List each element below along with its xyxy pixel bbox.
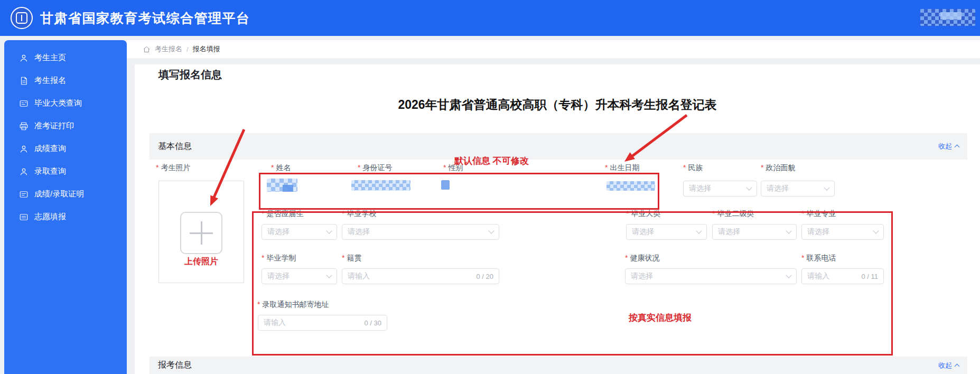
breadcrumb: 考生报名 / 报名填报: [127, 40, 980, 58]
form-icon: [19, 212, 29, 222]
chevron-down-icon: [786, 228, 791, 233]
chevron-down-icon: [326, 228, 332, 233]
field-label-study-length: *毕业学制: [262, 254, 296, 263]
field-label-health: *健康状况: [625, 254, 659, 263]
select-placeholder: 请选择: [348, 227, 370, 237]
sidebar-nav: 考生主页 考生报名 毕业大类查询 准考证打印 成绩查询 录取查询 成绩/录取证明: [4, 40, 127, 374]
user-icon: [19, 53, 29, 63]
sidebar-item-label: 志愿填报: [34, 212, 66, 222]
section-title: 报考信息: [158, 360, 192, 371]
sidebar-item-candidate-register[interactable]: 考生报名: [4, 69, 127, 92]
sidebar-item-label: 毕业大类查询: [34, 98, 82, 108]
char-counter: 0 / 30: [364, 319, 381, 327]
chevron-down-icon: [786, 272, 791, 278]
sidebar-item-candidate-home[interactable]: 考生主页: [4, 46, 127, 69]
field-label-graduate-school: *毕业学校: [342, 209, 376, 219]
field-label-major: *毕业专业: [801, 209, 836, 219]
chevron-up-icon: [955, 145, 960, 150]
graduate-school-select[interactable]: 请选择: [342, 224, 499, 240]
study-length-select[interactable]: 请选择: [262, 268, 337, 284]
field-label-photo: *考生照片: [156, 163, 190, 173]
name-value-redacted: [267, 179, 297, 192]
emblem-bar-shape: [21, 15, 22, 21]
certificate-icon: [19, 190, 29, 199]
select-placeholder: 请选择: [267, 227, 290, 237]
is-fresh-graduate-select[interactable]: 请选择: [262, 224, 337, 240]
chevron-down-icon: [873, 228, 879, 233]
select-placeholder: 请选择: [689, 184, 711, 193]
sidebar-item-label: 准考证打印: [34, 121, 74, 131]
sidebar-item-label: 录取查询: [34, 166, 66, 176]
collapse-label: 收起: [938, 142, 952, 151]
select-placeholder: 请选择: [632, 227, 654, 237]
chevron-down-icon: [488, 228, 494, 233]
phone-input[interactable]: 请输入0 / 11: [801, 268, 884, 284]
sidebar-item-admission-ticket-print[interactable]: 准考证打印: [4, 115, 127, 137]
user-account-redacted[interactable]: [920, 9, 975, 26]
select-placeholder: 请选择: [767, 184, 789, 193]
sidebar-item-label: 成绩查询: [34, 144, 66, 154]
field-label-sub-category: *毕业二级类: [712, 209, 754, 219]
field-label-political-status: *政治面貌: [761, 163, 795, 173]
chevron-down-icon: [696, 228, 702, 233]
sidebar-item-label: 考生报名: [34, 76, 66, 86]
field-label-major-category: *毕业大类: [626, 209, 660, 219]
political-status-select[interactable]: 请选择: [761, 181, 835, 197]
user-icon: [19, 167, 29, 176]
sidebar-item-score-admission-certificate[interactable]: 成绩/录取证明: [4, 183, 127, 205]
app-root: 甘肃省国家教育考试综合管理平台 考生主页 考生报名 毕业大类查询 准考证打印 成…: [0, 0, 980, 374]
candidate-photo-upload-area[interactable]: 上传照片: [158, 181, 244, 283]
chevron-down-icon: [326, 272, 332, 278]
section-basic-info-header: 基本信息 收起: [150, 133, 967, 160]
major-select[interactable]: 请选择: [801, 224, 884, 240]
field-label-is-fresh-graduate: *是否应届生: [262, 209, 303, 219]
page-title: 填写报名信息: [158, 68, 222, 82]
sidebar-item-label: 成绩/录取证明: [34, 189, 84, 199]
input-placeholder: 请输入: [264, 318, 286, 328]
default-info-annotation: 默认信息 不可修改: [454, 155, 529, 167]
collapse-label: 收起: [938, 361, 952, 370]
input-placeholder: 请输入: [807, 272, 829, 281]
char-counter: 0 / 20: [476, 273, 493, 280]
upload-photo-annotation: 上传照片: [159, 256, 244, 267]
plus-upload-icon[interactable]: [180, 212, 222, 254]
birth-date-value-redacted: [606, 181, 655, 191]
field-label-mail-address: *录取通知书邮寄地址: [257, 300, 329, 310]
select-placeholder: 请选择: [807, 227, 829, 237]
sub-category-select[interactable]: 请选择: [712, 224, 797, 240]
chevron-up-icon: [955, 363, 960, 369]
document-icon: [19, 76, 29, 86]
section-apply-info-header: 报考信息 收起: [150, 357, 967, 374]
chevron-down-icon: [824, 184, 829, 190]
select-placeholder: 请选择: [267, 272, 290, 281]
collapse-basic-button[interactable]: 收起: [938, 142, 959, 151]
health-select[interactable]: 请选择: [625, 268, 797, 284]
mail-address-input[interactable]: 请输入0 / 30: [258, 315, 387, 331]
field-label-phone: *联系电话: [801, 254, 836, 263]
registration-form-title: 2026年甘肃省普通高校高职（专科）升本科考生报名登记表: [135, 97, 980, 113]
sidebar-item-graduate-category-query[interactable]: 毕业大类查询: [4, 92, 127, 115]
home-icon[interactable]: [143, 45, 151, 53]
native-place-input[interactable]: 请输入0 / 20: [342, 268, 499, 284]
sidebar-item-label: 考生主页: [34, 53, 66, 63]
major-category-select[interactable]: 请选择: [626, 224, 707, 240]
id-number-value-redacted: [351, 180, 410, 191]
chevron-down-icon: [746, 184, 752, 190]
breadcrumb-separator: /: [186, 45, 189, 53]
gender-value-redacted: [441, 180, 450, 190]
sidebar-item-volunteer-fill[interactable]: 志愿填报: [4, 205, 127, 228]
breadcrumb-level1[interactable]: 考生报名: [155, 44, 182, 54]
sidebar-item-admission-query[interactable]: 录取查询: [4, 160, 127, 183]
breadcrumb-level2-current: 报名填报: [193, 44, 220, 54]
input-placeholder: 请输入: [348, 272, 370, 281]
id-card-icon: [19, 99, 29, 108]
sidebar-item-score-query[interactable]: 成绩查询: [4, 137, 127, 160]
platform-title: 甘肃省国家教育考试综合管理平台: [40, 0, 250, 36]
user-icon: [19, 144, 29, 154]
field-label-birth-date: *出生日期: [605, 163, 639, 173]
field-label-native-place: *籍贯: [342, 254, 361, 263]
field-label-ethnicity: *民族: [683, 163, 703, 173]
collapse-apply-button[interactable]: 收起: [938, 361, 959, 370]
ethnicity-select[interactable]: 请选择: [683, 181, 757, 197]
select-placeholder: 请选择: [718, 227, 740, 237]
